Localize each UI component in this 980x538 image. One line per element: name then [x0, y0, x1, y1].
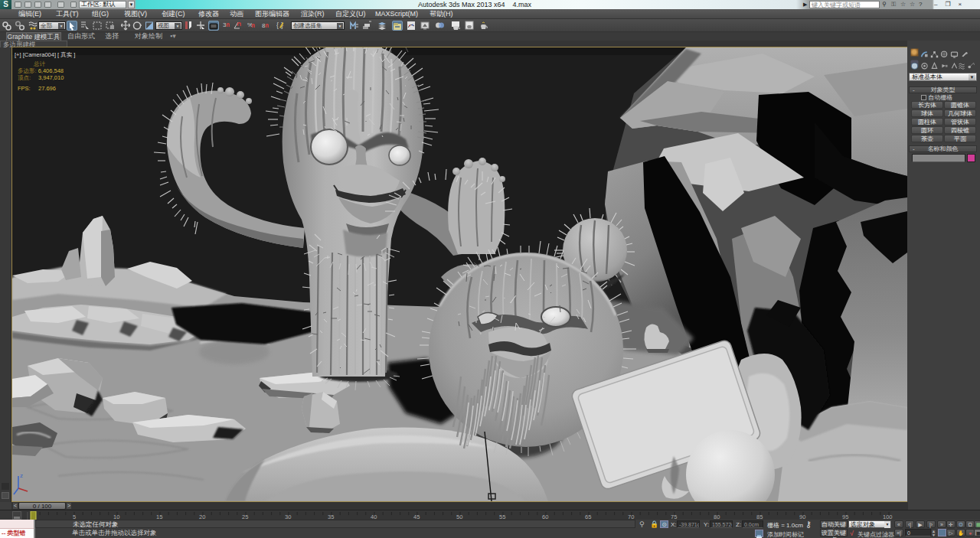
svg-text:顶点: 3,947,010: 顶点: 3,947,010 [17, 74, 64, 81]
svg-text:z: z [20, 472, 23, 479]
svg-text:[+] [Camera004] [ 真实 ]: [+] [Camera004] [ 真实 ] [15, 51, 75, 58]
svg-text:8: 8 [262, 22, 266, 29]
svg-text:总计: 总计 [33, 60, 46, 67]
svg-text:多边形: 6,406,548: 多边形: 6,406,548 [18, 67, 64, 74]
svg-text:3: 3 [223, 21, 227, 28]
svg-text:{: { [276, 21, 279, 29]
